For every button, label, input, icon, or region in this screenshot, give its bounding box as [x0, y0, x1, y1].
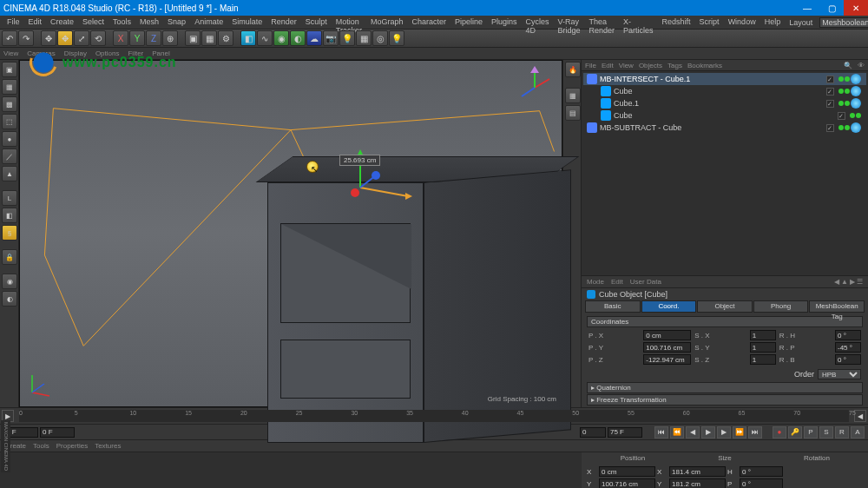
menu-motion-tracker[interactable]: Motion Tracker: [332, 16, 365, 29]
tree-row[interactable]: Cube: [583, 85, 866, 97]
axis-x-button[interactable]: X: [113, 30, 128, 46]
structure-icon[interactable]: ▤: [565, 105, 581, 121]
tree-row[interactable]: MB-INTERSECT - Cube.1: [583, 73, 866, 85]
cmd-textures[interactable]: Textures: [95, 442, 121, 450]
am-edit[interactable]: Edit: [611, 278, 623, 286]
menu-pipeline[interactable]: Pipeline: [451, 16, 486, 29]
scale-field[interactable]: [750, 354, 776, 365]
bulb-icon[interactable]: 💡: [389, 30, 404, 46]
phong-tag-icon[interactable]: [851, 122, 861, 133]
timeline-end-icon[interactable]: ◀: [854, 410, 866, 422]
camera-button[interactable]: 📷: [323, 30, 339, 46]
key-scale-button[interactable]: S: [819, 426, 833, 439]
render-settings-button[interactable]: ⚙: [218, 30, 233, 46]
axis-toggle-button[interactable]: L: [2, 190, 17, 206]
position-field[interactable]: [599, 466, 655, 477]
key-rot-button[interactable]: R: [835, 426, 849, 439]
am-next-icon[interactable]: ▶: [850, 278, 855, 286]
edge-mode-button[interactable]: ／: [2, 148, 17, 164]
minimize-button[interactable]: —: [795, 0, 819, 16]
range-end-field[interactable]: [608, 427, 642, 438]
tab-basic[interactable]: Basic: [585, 300, 641, 313]
menu-cycles4d[interactable]: Cycles 4D: [523, 16, 553, 29]
scale-tool[interactable]: ⤢: [74, 30, 89, 46]
key-param-button[interactable]: A: [851, 426, 865, 439]
prev-frame-button[interactable]: ◀: [686, 426, 700, 439]
am-menu-icon[interactable]: ☰: [857, 278, 863, 286]
visibility-checkbox[interactable]: [838, 112, 845, 120]
tag-button[interactable]: ◎: [372, 30, 388, 46]
position-field[interactable]: [643, 330, 691, 340]
am-prev-icon[interactable]: ◀: [834, 278, 839, 286]
viewmenu-filter[interactable]: Filter: [128, 49, 143, 57]
freeze-transform-section[interactable]: ▸ Freeze Transformation: [587, 394, 863, 406]
goto-end-button[interactable]: ⏭: [748, 426, 762, 439]
key-pos-button[interactable]: P: [804, 426, 818, 439]
rotation-field[interactable]: [740, 478, 783, 488]
quaternion-section[interactable]: ▸ Quaternion: [587, 382, 863, 393]
make-editable-button[interactable]: ▣: [2, 62, 17, 77]
phong-tag-icon[interactable]: [851, 86, 861, 96]
tree-row[interactable]: Cube.1: [583, 97, 866, 109]
rotation-field[interactable]: [835, 342, 861, 353]
texture-mode-button[interactable]: ▩: [2, 96, 17, 112]
range-start-field[interactable]: [580, 427, 606, 438]
menu-thea[interactable]: Thea Render: [586, 16, 619, 29]
om-file[interactable]: File: [585, 62, 596, 69]
menu-mesh[interactable]: Mesh: [136, 16, 162, 29]
content-browser-icon[interactable]: ▦: [565, 88, 581, 103]
goto-start-button[interactable]: ⏮: [654, 426, 668, 439]
deformer-button[interactable]: ◐: [290, 30, 306, 46]
menu-mograph[interactable]: MoGraph: [367, 16, 407, 29]
cube-primitive-button[interactable]: ◧: [240, 30, 256, 46]
am-userdata[interactable]: User Data: [630, 278, 661, 286]
cmd-properties[interactable]: Properties: [56, 442, 88, 450]
viewmenu-panel[interactable]: Panel: [152, 49, 169, 57]
coord-system-button[interactable]: ⊕: [162, 30, 178, 46]
maximize-button[interactable]: ▢: [819, 0, 844, 16]
am-up-icon[interactable]: ▲: [841, 278, 848, 286]
rotation-field[interactable]: [835, 330, 861, 340]
menu-simulate[interactable]: Simulate: [228, 16, 266, 29]
menu-window[interactable]: Window: [725, 16, 760, 29]
rotation-field[interactable]: [835, 354, 861, 365]
menu-plugins[interactable]: Plugins: [488, 16, 521, 29]
viewmenu-options[interactable]: Options: [95, 49, 120, 57]
render-view-button[interactable]: ▣: [185, 30, 201, 46]
generator-button[interactable]: ◉: [273, 30, 289, 46]
scale-field[interactable]: [750, 342, 776, 353]
object-tree[interactable]: MB-INTERSECT - Cube.1 Cube Cube.1 Cube M…: [582, 71, 868, 276]
rotation-field[interactable]: [740, 466, 783, 477]
menu-help[interactable]: Help: [761, 16, 785, 29]
om-objects[interactable]: Objects: [639, 62, 662, 69]
undo-button[interactable]: ↶: [2, 30, 17, 46]
current-frame-field[interactable]: [40, 427, 75, 438]
next-frame-button[interactable]: ▶: [717, 426, 731, 439]
record-button[interactable]: ●: [773, 426, 786, 439]
snap-button[interactable]: §: [2, 225, 17, 241]
axis-y-button[interactable]: Y: [129, 30, 145, 46]
menu-redshift[interactable]: Redshift: [659, 16, 694, 29]
menu-character[interactable]: Character: [408, 16, 450, 29]
menu-vray[interactable]: V-Ray Bridge: [555, 16, 584, 29]
mograph-button[interactable]: ▦: [356, 30, 372, 46]
autokey-button[interactable]: 🔑: [788, 426, 802, 439]
cmd-tools[interactable]: Tools: [33, 442, 49, 450]
soft-select-button[interactable]: ◐: [2, 291, 17, 307]
close-button[interactable]: ✕: [844, 0, 868, 16]
tab-meshboolean[interactable]: MeshBoolean Tag: [809, 300, 865, 313]
menu-snap[interactable]: Snap: [164, 16, 189, 29]
viewport-solo-button[interactable]: ◧: [2, 208, 17, 223]
menu-edit[interactable]: Edit: [25, 16, 46, 29]
axis-z-button[interactable]: Z: [146, 30, 161, 46]
viewmenu-view[interactable]: View: [3, 49, 18, 57]
visibility-checkbox[interactable]: [826, 124, 834, 132]
move-tool[interactable]: ✥: [57, 30, 73, 46]
size-field[interactable]: [669, 478, 726, 488]
prev-key-button[interactable]: ⏪: [670, 426, 684, 439]
size-field[interactable]: [669, 466, 726, 477]
visibility-checkbox[interactable]: [826, 88, 834, 96]
tab-coord[interactable]: Coord.: [641, 300, 697, 313]
point-mode-button[interactable]: ●: [2, 131, 17, 147]
model-mode-button[interactable]: ▦: [2, 79, 17, 95]
